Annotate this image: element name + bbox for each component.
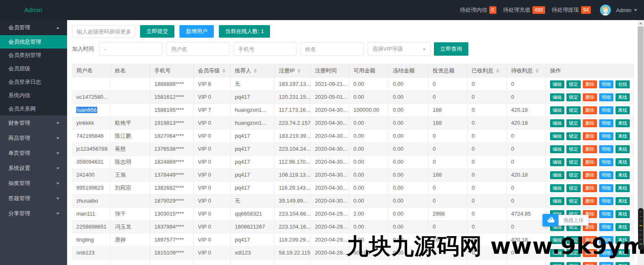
phone-filter-input[interactable] — [234, 42, 296, 56]
column-header-会员等级[interactable]: 会员等级 — [194, 64, 231, 78]
lock-button[interactable]: 锁定 — [566, 106, 581, 114]
column-header-推荐人[interactable]: 推荐人 — [231, 64, 275, 78]
brand-logo[interactable]: Admin — [24, 0, 42, 20]
edit-button[interactable]: 编辑 — [550, 158, 564, 166]
detail-button[interactable]: 明细 — [599, 145, 613, 153]
column-header-注册IP[interactable]: 注册IP — [275, 64, 311, 78]
username-filter-input[interactable] — [166, 42, 229, 56]
delete-button[interactable]: 删除 — [583, 80, 597, 88]
edit-button[interactable]: 编辑 — [550, 80, 564, 88]
edit-button[interactable]: 编辑 — [550, 93, 564, 101]
pending-count-badge[interactable]: 499 — [532, 6, 545, 14]
lock-button[interactable]: 锁定 — [566, 145, 581, 153]
lock-button[interactable]: 锁定 — [566, 119, 581, 127]
sort-icon[interactable] — [297, 69, 301, 73]
edit-button[interactable]: 编辑 — [550, 132, 564, 140]
sidebar-item-会员登录日志[interactable]: 会员登录日志 — [0, 75, 67, 89]
super-password-input[interactable] — [72, 25, 135, 38]
sidebar-group-单页管理[interactable]: 单页管理 — [0, 146, 67, 161]
online-status-button[interactable]: 离线 — [615, 210, 630, 218]
lock-button[interactable]: 锁定 — [566, 158, 581, 166]
column-header-待收利息[interactable]: 待收利息 — [507, 64, 546, 78]
edit-button[interactable]: 编辑 — [550, 197, 564, 205]
delete-button[interactable]: 删除 — [583, 119, 597, 127]
scrollbar-thumb[interactable] — [638, 26, 644, 234]
detail-button[interactable]: 明细 — [599, 262, 613, 265]
user-avatar-icon[interactable] — [600, 5, 611, 15]
slider-widget[interactable] — [638, 208, 644, 250]
lock-button[interactable]: 锁定 — [566, 197, 581, 205]
online-status-button[interactable]: 在线 — [615, 80, 630, 88]
online-status-button[interactable]: 离线 — [615, 158, 630, 166]
delete-button[interactable]: 删除 — [583, 145, 597, 153]
detail-button[interactable]: 明细 — [599, 171, 613, 179]
detail-button[interactable]: 明细 — [599, 184, 613, 192]
edit-button[interactable]: 编辑 — [550, 106, 564, 114]
sidebar-group-分享管理[interactable]: 分享管理 — [0, 206, 67, 221]
delete-button[interactable]: 删除 — [583, 132, 597, 140]
online-status-button[interactable]: 离线 — [615, 184, 630, 192]
lock-button[interactable]: 锁定 — [566, 80, 581, 88]
detail-button[interactable]: 明细 — [599, 119, 613, 127]
lock-button[interactable]: 锁定 — [566, 184, 581, 192]
cloud-upload-icon[interactable] — [543, 214, 558, 226]
column-header-已收利息[interactable]: 已收利息 — [467, 64, 507, 78]
sidebar-group-财务管理[interactable]: 财务管理 — [0, 116, 67, 131]
user-dropdown[interactable]: Admin — [616, 7, 637, 13]
submit-button[interactable]: 立即提交 — [140, 25, 174, 38]
lock-button[interactable]: 锁定 — [566, 93, 581, 101]
sort-icon[interactable] — [496, 69, 499, 73]
pending-count-badge[interactable]: 0 — [489, 6, 496, 14]
online-status-button[interactable]: 离线 — [615, 197, 630, 205]
drag-upload-popover[interactable]: 拖拽上传 — [543, 214, 589, 226]
vip-level-select[interactable]: 选择VIP等级 — [368, 42, 431, 56]
join-time-input[interactable] — [99, 42, 162, 56]
online-status-button[interactable]: 离线 — [615, 106, 630, 114]
online-status-button[interactable]: 离线 — [615, 171, 630, 179]
sort-icon[interactable] — [535, 69, 539, 73]
pending-label[interactable]: 待处理充值 — [503, 6, 530, 14]
delete-button[interactable]: 删除 — [583, 93, 597, 101]
lock-button[interactable]: 锁定 — [566, 171, 581, 179]
online-count-button[interactable]: 当前在线人数: 1 — [219, 25, 270, 38]
pending-label[interactable]: 待处理提现 — [552, 6, 579, 14]
sidebar-group-抽奖管理[interactable]: 抽奖管理 — [0, 176, 67, 191]
sidebar-item-会员信息管理[interactable]: 会员信息管理 — [0, 35, 67, 49]
online-status-button[interactable]: 离线 — [615, 119, 630, 127]
sidebar-group-系统设置[interactable]: 系统设置 — [0, 161, 67, 176]
detail-button[interactable]: 明细 — [599, 197, 613, 205]
scrollbar-up-arrow-icon[interactable] — [639, 22, 642, 24]
detail-button[interactable]: 明细 — [599, 106, 613, 114]
delete-button[interactable]: 删除 — [583, 106, 597, 114]
pending-label[interactable]: 待处理内信 — [460, 6, 487, 14]
detail-button[interactable]: 明细 — [599, 80, 613, 88]
sidebar-item-会员层级[interactable]: 会员层级 — [0, 62, 67, 75]
sidebar-group-答题管理[interactable]: 答题管理 — [0, 191, 67, 206]
delete-button[interactable]: 删除 — [583, 184, 597, 192]
detail-button[interactable]: 明细 — [599, 132, 613, 140]
delete-button[interactable]: 删除 — [583, 197, 597, 205]
sidebar-item-系统内信[interactable]: 系统内信 — [0, 89, 67, 102]
delete-button[interactable]: 删除 — [583, 262, 597, 265]
edit-button[interactable]: 编辑 — [550, 145, 564, 153]
lock-button[interactable]: 锁定 — [566, 132, 581, 140]
online-status-button[interactable]: 离线 — [615, 223, 630, 231]
lock-button[interactable]: 锁定 — [566, 262, 581, 265]
edit-button[interactable]: 编辑 — [550, 171, 564, 179]
pending-count-badge[interactable]: 94 — [581, 6, 591, 14]
detail-button[interactable]: 明细 — [599, 223, 613, 231]
sidebar-item-会员类别管理[interactable]: 会员类别管理 — [0, 49, 67, 62]
sidebar-group-商品管理[interactable]: 商品管理 — [0, 131, 67, 146]
sidebar-item-会员关系网[interactable]: 会员关系网 — [0, 102, 67, 116]
detail-button[interactable]: 明细 — [599, 158, 613, 166]
delete-button[interactable]: 删除 — [583, 171, 597, 179]
add-user-button[interactable]: 新增用户 — [179, 25, 214, 38]
edit-button[interactable]: 编辑 — [550, 184, 564, 192]
online-status-button[interactable]: 离线 — [615, 262, 630, 265]
edit-button[interactable]: 编辑 — [550, 119, 564, 127]
search-button[interactable]: 立即查询 — [434, 42, 468, 56]
delete-button[interactable]: 删除 — [583, 158, 597, 166]
name-filter-input[interactable] — [301, 42, 364, 56]
online-status-button[interactable]: 离线 — [615, 132, 630, 140]
detail-button[interactable]: 明细 — [599, 210, 613, 218]
